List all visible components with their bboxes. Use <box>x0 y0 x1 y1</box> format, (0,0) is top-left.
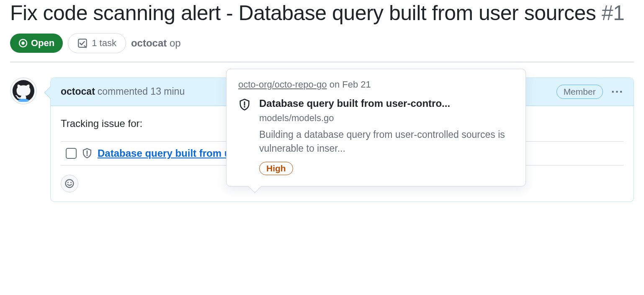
svg-point-7 <box>67 182 69 183</box>
state-badge-open: Open <box>10 34 63 53</box>
hovercard-repo-link[interactable]: octo-org/octo-repo-go <box>238 79 327 90</box>
avatar[interactable] <box>10 78 37 104</box>
issue-title-text: Fix code scanning alert - Database query… <box>10 1 596 25</box>
svg-point-1 <box>22 41 24 44</box>
hovercard-date: on Feb 21 <box>327 79 371 90</box>
shield-alert-icon <box>238 98 251 175</box>
tasklist-icon <box>77 38 88 48</box>
task-count: 1 task <box>92 38 116 49</box>
issue-number: #1 <box>602 1 625 25</box>
comment-meta: commented 13 minu <box>98 86 185 97</box>
issue-open-icon <box>18 39 28 48</box>
task-progress-badge[interactable]: 1 task <box>68 33 126 53</box>
issue-author[interactable]: octocat <box>131 37 167 49</box>
octocat-avatar-icon <box>13 80 34 102</box>
state-label: Open <box>31 38 54 49</box>
kebab-menu-icon[interactable]: ··· <box>611 85 623 98</box>
severity-badge: High <box>259 162 293 175</box>
member-badge: Member <box>556 85 603 99</box>
add-reaction-button[interactable] <box>61 175 78 192</box>
svg-point-5 <box>86 154 88 155</box>
issue-action: op <box>170 37 181 49</box>
hovercard-file-path: models/models.go <box>259 113 514 124</box>
task-checkbox[interactable] <box>66 148 77 159</box>
shield-icon <box>82 148 93 159</box>
header-divider <box>10 62 634 62</box>
issue-meta-text: octocat op <box>131 37 181 49</box>
alert-hovercard: octo-org/octo-repo-go on Feb 21 Database… <box>226 69 526 186</box>
issue-title: Fix code scanning alert - Database query… <box>10 0 634 26</box>
svg-point-6 <box>66 179 74 187</box>
hovercard-description: Building a database query from user-con­… <box>259 128 514 156</box>
svg-point-8 <box>70 182 72 183</box>
hovercard-title: Database query built from user-contro... <box>259 98 514 109</box>
comment-author[interactable]: octocat <box>61 86 95 97</box>
svg-point-10 <box>244 106 245 108</box>
smiley-icon <box>64 179 75 189</box>
